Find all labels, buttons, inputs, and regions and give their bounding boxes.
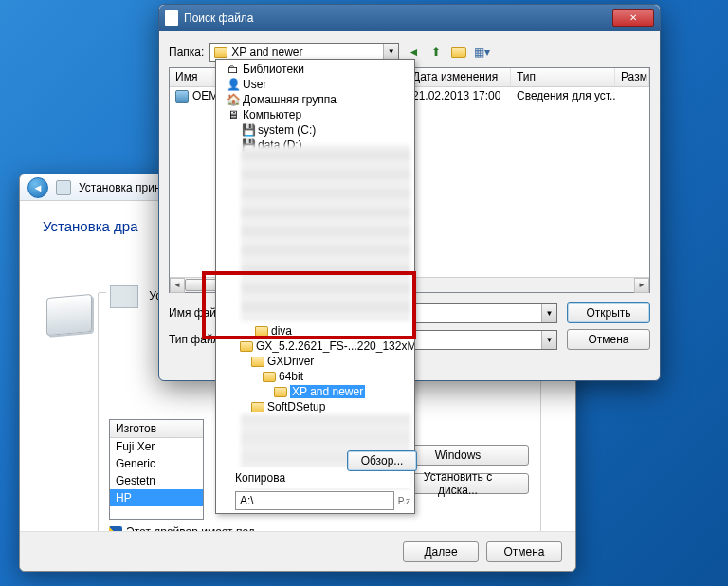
cancel-button[interactable]: Отмена (567, 329, 650, 350)
tree-xp-selected[interactable]: XP and newer (216, 384, 365, 399)
tree-user[interactable]: 👤User (216, 77, 414, 92)
browse-button[interactable]: Обзор... (347, 450, 417, 471)
col-type[interactable]: Тип (511, 68, 615, 86)
scroll-left-arrow[interactable]: ◄ (170, 278, 185, 293)
printer-icon (56, 180, 71, 195)
folder-icon (214, 47, 228, 58)
close-button[interactable]: ✕ (612, 9, 654, 27)
chevron-down-icon[interactable]: ▼ (541, 331, 556, 349)
scroll-right-arrow[interactable]: ► (634, 278, 649, 293)
up-folder-icon[interactable]: ⬆ (428, 44, 445, 61)
tree-soft[interactable]: SoftDSetup (216, 399, 325, 414)
drive-icon: 💾 (241, 123, 256, 137)
manufacturer-list[interactable]: Изготов Fuji Xer Generic Gestetn HP (109, 419, 204, 520)
user-icon: 👤 (226, 78, 241, 91)
folder-icon (250, 400, 265, 413)
dialog-title-text: Поиск файла (184, 11, 254, 25)
next-button[interactable]: Далее (403, 541, 479, 562)
tree-gxdriver[interactable]: GXDriver (216, 354, 314, 369)
document-icon (165, 10, 178, 26)
copy-path-row: A:\ P.z (216, 490, 410, 511)
folder-icon (254, 324, 269, 338)
folder-icon (239, 339, 254, 353)
homegroup-icon: 🏠 (226, 93, 241, 106)
driver-disc-icon (46, 294, 92, 336)
tree-libraries[interactable]: 🗀Библиотеки (216, 62, 414, 77)
list-item[interactable]: Gestetn (110, 472, 203, 489)
wizard-footer: Далее Отмена (20, 531, 575, 571)
tree-computer[interactable]: 🖥Компьютер (216, 107, 414, 122)
manufacturer-header: Изготов (110, 420, 203, 438)
folder-label: Папка: (169, 46, 204, 59)
tree-diva[interactable]: diva (216, 323, 292, 339)
tree-gx[interactable]: GX_5.2.2621_FS-...220_132xMFP (216, 339, 414, 354)
folder-icon (273, 385, 288, 398)
view-menu-icon[interactable]: ▦▾ (473, 44, 490, 61)
col-size[interactable]: Разм (615, 68, 649, 86)
open-button[interactable]: Открыть (567, 302, 650, 323)
tree-64bit[interactable]: 64bit (216, 369, 303, 384)
wizard-title-text: Установка прин (79, 181, 161, 194)
copy-path-input[interactable]: A:\ (235, 491, 394, 510)
folder-icon (262, 370, 277, 383)
list-item[interactable]: Generic (110, 455, 203, 472)
blurred-region (241, 145, 410, 321)
chevron-down-icon[interactable]: ▼ (541, 304, 556, 322)
col-date[interactable]: Дата изменения (407, 68, 511, 86)
tree-drive-c[interactable]: 💾system (C:) (216, 122, 414, 137)
folder-icon (250, 355, 265, 368)
list-item-selected[interactable]: HP (110, 489, 203, 506)
cancel-button[interactable]: Отмена (486, 541, 562, 562)
dialog-titlebar: Поиск файла ✕ (159, 5, 660, 31)
pz-text: P.z (398, 496, 410, 506)
tree-homegroup[interactable]: 🏠Домашняя группа (216, 92, 414, 107)
mini-printer-icon (110, 285, 138, 308)
setup-info-icon (175, 90, 189, 103)
folder-tree-dropdown[interactable]: 🗀Библиотеки 👤User 🏠Домашняя группа 🖥Комп… (215, 59, 415, 514)
computer-icon: 🖥 (226, 108, 241, 121)
folder-value: XP and newer (231, 46, 302, 59)
new-folder-icon[interactable] (450, 44, 467, 61)
back-button[interactable]: ◄ (27, 177, 48, 198)
copy-label: Копирова (235, 471, 285, 485)
libraries-icon: 🗀 (226, 63, 241, 76)
list-item[interactable]: Fuji Xer (110, 438, 203, 455)
